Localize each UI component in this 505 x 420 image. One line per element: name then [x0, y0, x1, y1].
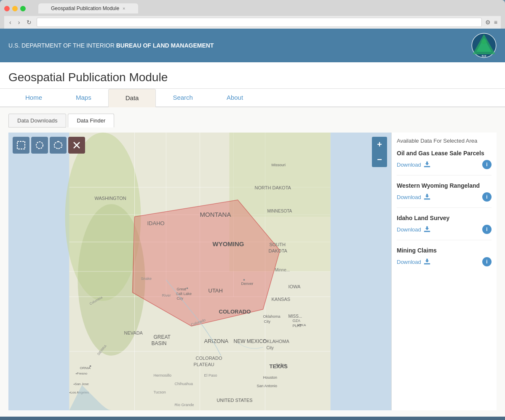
svg-text:Dallas: Dallas [276, 363, 287, 367]
page-wrapper: U.S. DEPARTMENT OF THE INTERIOR BUREAU O… [0, 29, 505, 420]
active-tab[interactable]: Geospatial Publication Module × [38, 3, 138, 13]
oil-gas-info-button[interactable]: i [482, 160, 492, 169]
browser-chrome: Geospatial Publication Module × ‹ › ↻ ⚙ … [0, 0, 505, 29]
address-input[interactable] [37, 18, 481, 27]
svg-marker-87 [425, 194, 429, 198]
svg-text:Hermosillo: Hermosillo [154, 373, 172, 377]
tab-close-icon[interactable]: × [123, 6, 125, 11]
data-item-idaho-survey: Idaho Land Survey Download i [397, 215, 492, 240]
map-toolbar [13, 137, 85, 154]
idaho-survey-info-button[interactable]: i [482, 225, 492, 234]
svg-text:Rio Grande: Rio Grande [175, 403, 194, 407]
dept-label-light: U.S. DEPARTMENT OF THE INTERIOR [8, 42, 115, 49]
tab-label: Geospatial Publication Module [51, 5, 119, 11]
oil-gas-download-icon [423, 161, 431, 168]
svg-text:OZA: OZA [293, 319, 301, 323]
maximize-traffic-light[interactable] [20, 6, 26, 11]
map-container[interactable]: + − [8, 133, 391, 410]
wyoming-rangeland-download-label: Download [397, 194, 421, 200]
wyoming-rangeland-download-icon [423, 193, 431, 201]
svg-text:PLATEAU: PLATEAU [194, 362, 214, 367]
menu-icon[interactable]: ≡ [494, 19, 497, 26]
dept-name: U.S. DEPARTMENT OF THE INTERIOR BUREAU O… [8, 42, 214, 49]
zoom-in-button[interactable]: + [372, 137, 387, 152]
sidebar-title: Available Data For Selected Area [397, 138, 492, 144]
oil-gas-download-link[interactable]: Download [397, 161, 431, 168]
svg-text:COLORADO: COLORADO [196, 356, 222, 361]
poly-select-tool[interactable] [50, 137, 67, 154]
browser-titlebar: Geospatial Publication Module × [4, 3, 501, 13]
svg-text:UNITED STATES: UNITED STATES [217, 398, 253, 403]
svg-text:River: River [162, 293, 171, 298]
svg-text:Houston: Houston [263, 375, 278, 380]
tab-data-finder[interactable]: Data Finder [68, 114, 114, 128]
circle-select-tool[interactable] [31, 137, 48, 154]
mining-claims-download-link[interactable]: Download [397, 258, 431, 266]
mining-claims-info-button[interactable]: i [482, 257, 492, 266]
idaho-survey-download-label: Download [397, 226, 421, 233]
nav-item-data[interactable]: Data [108, 89, 156, 107]
svg-text:Denver: Denver [241, 282, 254, 286]
svg-text:City: City [267, 346, 274, 350]
idaho-survey-download-link[interactable]: Download [397, 226, 431, 233]
mining-claims-actions: Download i [397, 257, 492, 266]
svg-text:GREAT: GREAT [154, 334, 171, 340]
svg-text:MISS...: MISS... [289, 314, 302, 319]
data-item-mining-claims: Mining Claims Download i [397, 247, 492, 272]
svg-marker-91 [425, 259, 429, 263]
close-traffic-light[interactable] [4, 6, 10, 11]
svg-text:KANSAS: KANSAS [272, 297, 291, 302]
svg-text:NORTH DAKOTA: NORTH DAKOTA [255, 185, 291, 190]
tab-data-downloads[interactable]: Data Downloads [8, 114, 66, 128]
mining-claims-download-label: Download [397, 259, 421, 265]
svg-text:•San Jose: •San Jose [74, 382, 89, 386]
footer-nav: HOME MAPS DATA SERVICES ABOUT SUBSCRIBE … [0, 417, 505, 420]
sub-tabs: Data Downloads Data Finder [8, 114, 497, 128]
svg-text:Chihuahua: Chihuahua [175, 382, 193, 386]
nav-item-maps[interactable]: Maps [59, 89, 108, 107]
wyoming-rangeland-info-button[interactable]: i [482, 192, 492, 202]
content-area: Data Downloads Data Finder [0, 107, 505, 417]
svg-rect-90 [424, 263, 430, 265]
svg-point-3 [481, 39, 486, 44]
map-image: WASHINGTON IDAHO MONTANA NORTH DAKOTA MI… [8, 133, 391, 410]
minimize-traffic-light[interactable] [12, 6, 18, 11]
refresh-button[interactable]: ↻ [25, 18, 33, 27]
blm-logo: BLM [471, 33, 497, 58]
mining-claims-title: Mining Claims [397, 247, 492, 254]
site-header: U.S. DEPARTMENT OF THE INTERIOR BUREAU O… [0, 29, 505, 62]
zoom-controls: + − [372, 137, 387, 167]
oil-gas-title: Oil and Gas Lease Sale Parcels [397, 150, 492, 157]
data-sidebar: Available Data For Selected Area Oil and… [391, 133, 497, 410]
settings-icon[interactable]: ⚙ [485, 19, 491, 26]
nav-item-about[interactable]: About [210, 89, 260, 107]
svg-text:BASIN: BASIN [152, 340, 167, 346]
svg-text:ORNIA: ORNIA [80, 366, 91, 370]
svg-text:Oklahoma: Oklahoma [263, 314, 281, 319]
nav-item-home[interactable]: Home [8, 89, 59, 107]
rect-select-tool[interactable] [13, 137, 29, 154]
traffic-lights [4, 6, 26, 11]
wyoming-rangeland-download-link[interactable]: Download [397, 193, 431, 201]
svg-text:WASHINGTON: WASHINGTON [95, 196, 126, 201]
zoom-out-button[interactable]: − [372, 152, 387, 167]
address-bar-row: ‹ › ↻ ⚙ ≡ [4, 16, 501, 29]
svg-text:SOUTH: SOUTH [270, 242, 286, 247]
clear-selection-tool[interactable] [68, 137, 85, 154]
svg-text:City: City [264, 319, 271, 324]
svg-text:MONTANA: MONTANA [200, 211, 231, 218]
oil-gas-actions: Download i [397, 160, 492, 169]
nav-item-search[interactable]: Search [156, 89, 210, 107]
svg-text:IOWA: IOWA [289, 284, 301, 289]
svg-rect-84 [424, 166, 430, 167]
forward-button[interactable]: › [16, 18, 22, 27]
back-button[interactable]: ‹ [8, 18, 13, 27]
idaho-survey-actions: Download i [397, 225, 492, 234]
map-sidebar-layout: + − [8, 133, 497, 410]
svg-text:IDAHO: IDAHO [147, 220, 165, 226]
svg-text:BLM: BLM [482, 55, 486, 57]
svg-text:COLORADO: COLORADO [219, 308, 251, 315]
svg-text:Great: Great [177, 287, 187, 291]
app-title-bar: Geospatial Publication Module [0, 62, 505, 89]
main-nav: Home Maps Data Search About [0, 89, 505, 107]
